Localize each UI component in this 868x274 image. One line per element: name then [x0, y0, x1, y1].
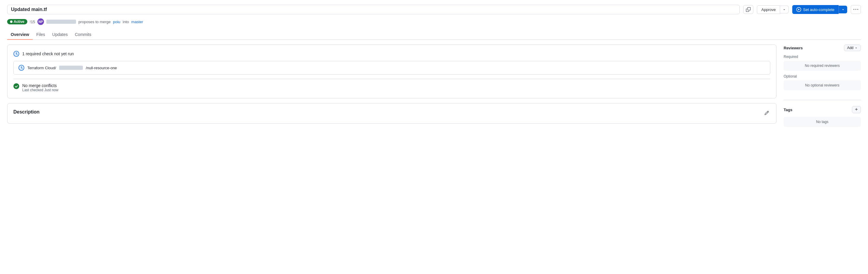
action-text: proposes to merge	[79, 20, 111, 24]
add-reviewer-button[interactable]: Add	[844, 44, 861, 51]
chevron-down-icon-autocomplete	[841, 8, 845, 11]
check-item-blurred	[59, 66, 83, 70]
check-item: Terraform Cloud/ /null-resource-one	[13, 61, 770, 74]
tabs-row: Overview Files Updates Commits	[7, 30, 861, 40]
active-dot-icon	[10, 21, 12, 23]
check-header-text: 1 required check not yet run	[22, 52, 74, 56]
edit-icon	[764, 111, 769, 115]
tags-header: Tags	[784, 106, 861, 113]
chevron-down-icon	[782, 8, 786, 11]
add-reviewer-label: Add	[847, 46, 854, 50]
check-item-suffix: /null-resource-one	[86, 66, 117, 70]
title-row: Approve Set auto-complete	[7, 5, 861, 14]
autocomplete-button-group: Set auto-complete	[792, 5, 847, 14]
check-item-clock-icon	[19, 65, 24, 71]
more-icon	[854, 7, 858, 12]
check-circle-icon	[13, 83, 19, 89]
checks-card: 1 required check not yet run Terraform C…	[7, 44, 776, 98]
pr-number: !15	[30, 20, 35, 24]
no-conflicts-title: No merge conflicts	[22, 83, 58, 88]
tab-updates[interactable]: Updates	[49, 30, 71, 40]
approve-button[interactable]: Approve	[757, 5, 780, 14]
edit-description-button[interactable]	[763, 109, 770, 117]
check-header: 1 required check not yet run	[13, 51, 770, 57]
reviewers-title: Reviewers	[784, 46, 803, 50]
no-required-reviewers: No required reviewers	[784, 61, 861, 71]
no-tags: No tags	[784, 117, 861, 127]
checks-section: 1 required check not yet run Terraform C…	[13, 51, 770, 74]
reviewers-header: Reviewers Add	[784, 44, 861, 51]
source-branch-link[interactable]: poiu	[113, 20, 121, 24]
reviewers-section: Reviewers Add Required No required revie…	[784, 44, 861, 100]
tags-title: Tags	[784, 108, 792, 112]
copy-title-button[interactable]	[743, 5, 753, 14]
no-conflicts-text: No merge conflicts Last checked Just now	[22, 83, 58, 92]
clock-icon	[13, 51, 19, 57]
more-options-button[interactable]	[851, 5, 861, 14]
autocomplete-label: Set auto-complete	[803, 7, 834, 12]
tab-commits[interactable]: Commits	[71, 30, 95, 40]
meta-row: Active !15 NP proposes to merge poiu int…	[7, 19, 861, 25]
card-divider	[13, 79, 770, 79]
plus-icon	[855, 108, 858, 111]
tab-overview[interactable]: Overview	[7, 30, 33, 40]
required-label: Required	[784, 55, 861, 59]
author-avatar: NP	[37, 19, 44, 25]
approve-dropdown-button[interactable]	[780, 6, 789, 13]
content-area: 1 required check not yet run Terraform C…	[7, 44, 776, 124]
sidebar: Reviewers Add Required No required revie…	[784, 44, 861, 133]
approve-button-group: Approve	[757, 5, 789, 14]
optional-reviewers-section: Optional No optional reviewers	[784, 74, 861, 90]
required-reviewers-section: Required No required reviewers	[784, 55, 861, 71]
main-layout: 1 required check not yet run Terraform C…	[7, 44, 861, 133]
author-name-blurred	[46, 20, 76, 24]
svg-point-0	[10, 21, 12, 23]
pr-title-input[interactable]	[7, 5, 740, 14]
target-branch-link[interactable]: master	[131, 20, 143, 24]
check-item-prefix: Terraform Cloud/	[27, 66, 56, 70]
description-title: Description	[13, 109, 39, 115]
into-text: into	[123, 20, 129, 24]
add-tag-button[interactable]	[852, 106, 861, 113]
autocomplete-icon	[797, 7, 801, 12]
autocomplete-dropdown-button[interactable]	[839, 6, 847, 13]
tags-section: Tags No tags	[784, 106, 861, 133]
optional-label: Optional	[784, 74, 861, 79]
no-optional-reviewers: No optional reviewers	[784, 80, 861, 90]
active-badge: Active	[7, 19, 27, 24]
autocomplete-button[interactable]: Set auto-complete	[792, 5, 839, 14]
no-conflicts-section: No merge conflicts Last checked Just now	[13, 83, 770, 92]
no-conflicts-subtitle: Last checked Just now	[22, 88, 58, 92]
description-card: Description	[7, 103, 776, 124]
tab-files[interactable]: Files	[33, 30, 49, 40]
copy-icon	[746, 7, 751, 12]
svg-point-3	[14, 84, 19, 89]
chevron-down-add-icon	[855, 47, 858, 49]
